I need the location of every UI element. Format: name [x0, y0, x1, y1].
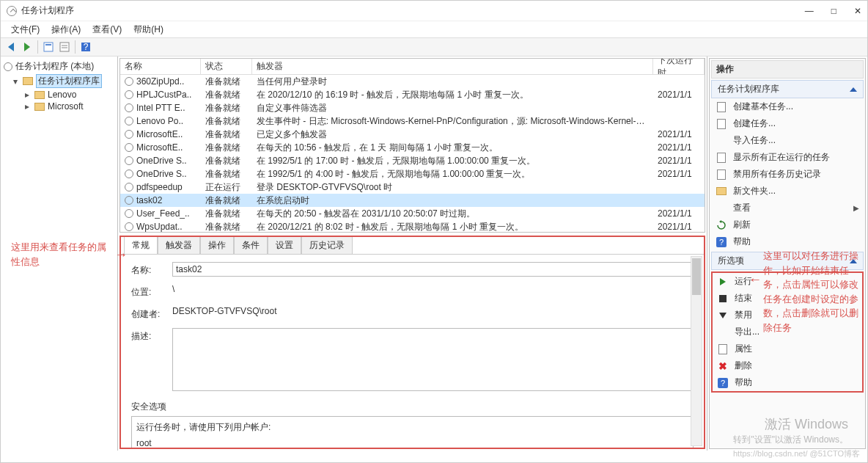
tab-general[interactable]: 常规 — [124, 236, 158, 254]
task-row[interactable]: Lenovo Po..准备就绪发生事件时 - 日志: Microsoft-Win… — [120, 114, 705, 128]
col-name[interactable]: 名称 — [120, 59, 201, 74]
task-row[interactable]: HPLJCustPa..准备就绪在 2020/12/10 的 16:19 时 -… — [120, 88, 705, 101]
main-area: 任务计划程序 (本地) ▾ 任务计划程序库 ▸ Lenovo ▸ Microso… — [1, 56, 867, 451]
action-properties[interactable]: 属性 — [713, 340, 862, 357]
separator — [37, 40, 38, 54]
task-status: 准备就绪 — [201, 115, 252, 128]
action-create-basic[interactable]: 创建基本任务... — [711, 98, 864, 115]
action-create[interactable]: 创建任务... — [711, 115, 864, 132]
task-row[interactable]: 360ZipUpd..准备就绪当任何用户登录时 — [120, 75, 705, 88]
name-field[interactable] — [172, 262, 694, 277]
security-account-value: root — [136, 438, 688, 448]
action-label: 删除 — [735, 360, 752, 372]
forward-button[interactable] — [20, 40, 34, 54]
list-icon — [717, 153, 726, 163]
task-row[interactable]: User_Feed_..准备就绪在每天的 20:50 - 触发器在 2031/1… — [120, 207, 705, 220]
action-show-running[interactable]: 显示所有正在运行的任务 — [711, 149, 864, 166]
task-next: 2021/1/1 — [653, 222, 705, 232]
window-title: 任务计划程序 — [21, 4, 74, 17]
minimize-button[interactable]: — — [805, 6, 814, 16]
col-next[interactable]: 下次运行时 — [653, 59, 705, 74]
action-view[interactable]: 查看▶ — [711, 200, 864, 216]
tab-settings[interactable]: 设置 — [268, 236, 301, 254]
tree-node-microsoft[interactable]: ▸ Microsoft — [4, 101, 114, 112]
action-run[interactable]: 运行 — [713, 273, 862, 290]
tree-root-label: 任务计划程序 (本地) — [15, 60, 94, 73]
help-icon-button[interactable]: ? — [78, 40, 93, 54]
action-export[interactable]: 导出... — [713, 324, 862, 340]
back-button[interactable] — [4, 40, 18, 54]
action-delete[interactable]: ✖删除 — [713, 357, 862, 374]
action-refresh[interactable]: 刷新 — [711, 216, 864, 233]
action-help[interactable]: ?帮助 — [711, 233, 864, 250]
annotation-arrow-left: → — [114, 247, 128, 263]
action-label: 查看 — [733, 202, 751, 214]
task-details-panel: 常规 触发器 操作 条件 设置 历史记录 名称: 位置: \ 创建者: DESK — [119, 236, 705, 449]
task-status: 正在运行 — [201, 181, 252, 194]
close-button[interactable]: ✕ — [854, 6, 861, 16]
folder-icon — [23, 77, 33, 85]
task-trigger: 自定义事件筛选器 — [252, 102, 653, 114]
task-row[interactable]: Intel PTT E..准备就绪自定义事件筛选器 — [120, 101, 705, 114]
task-name: MicrosoftE.. — [136, 129, 183, 139]
tab-triggers[interactable]: 触发器 — [158, 236, 200, 254]
toolbar-btn-1[interactable] — [41, 40, 56, 54]
action-disable-history[interactable]: 禁用所有任务历史记录 — [711, 166, 864, 183]
action-help-2[interactable]: ?帮助 — [713, 374, 862, 391]
task-row[interactable]: MicrosoftE..准备就绪已定义多个触发器2021/1/1 — [120, 128, 705, 141]
actions-header: 操作 — [711, 60, 864, 79]
task-row[interactable]: MicrosoftE..准备就绪在每天的 10:56 - 触发后，在 1 天 期… — [120, 141, 705, 154]
detail-scrollbar[interactable] — [691, 256, 702, 446]
task-status: 准备就绪 — [201, 76, 252, 88]
menu-view[interactable]: 查看(V) — [87, 22, 128, 37]
toolbar: ? — [1, 37, 867, 56]
task-row[interactable]: OneDrive S..准备就绪在 1992/5/1 的 17:00 时 - 触… — [120, 154, 705, 167]
maximize-button[interactable]: □ — [831, 6, 836, 16]
tree-root[interactable]: 任务计划程序 (本地) — [4, 59, 114, 73]
task-row[interactable]: pdfspeedup正在运行登录 DESKTOP-GTVFVSQ\root 时 — [120, 181, 705, 194]
task-row[interactable]: task02准备就绪在系统启动时 — [120, 194, 705, 207]
annotation-arrow-right: ← — [749, 272, 762, 288]
tab-actions[interactable]: 操作 — [200, 236, 234, 254]
scrollbar-thumb[interactable] — [692, 258, 701, 295]
tab-conditions[interactable]: 条件 — [234, 236, 268, 254]
help-icon: ? — [716, 237, 727, 247]
svg-rect-1 — [45, 44, 51, 45]
folder-icon — [716, 187, 727, 195]
tree-node-lenovo[interactable]: ▸ Lenovo — [4, 89, 114, 101]
clock-icon — [125, 143, 133, 152]
description-field[interactable] — [172, 328, 694, 391]
task-trigger: 在每天的 10:56 - 触发后，在 1 天 期间每隔 1 小时 重复一次。 — [252, 142, 653, 154]
tree-library[interactable]: ▾ 任务计划程序库 — [4, 73, 114, 89]
action-import[interactable]: 导入任务... — [711, 132, 864, 149]
window-controls: — □ ✕ — [805, 6, 861, 16]
col-trigger[interactable]: 触发器 — [252, 59, 653, 74]
task-status: 准备就绪 — [201, 208, 252, 220]
play-icon — [720, 278, 726, 285]
task-row[interactable]: WpsUpdat..准备就绪在 2020/12/21 的 8:02 时 - 触发… — [120, 220, 705, 233]
task-list-header: 名称 状态 触发器 下次运行时 — [120, 59, 705, 75]
action-label: 导入任务... — [733, 134, 776, 147]
tree-node-label: Lenovo — [48, 90, 76, 100]
menu-file[interactable]: 文件(F) — [5, 22, 45, 37]
actions-group-label: 任务计划程序库 — [718, 83, 779, 95]
expand-icon[interactable]: ▸ — [23, 90, 32, 100]
clock-icon — [125, 77, 133, 86]
tab-history[interactable]: 历史记录 — [301, 236, 353, 254]
action-label: 创建任务... — [733, 117, 776, 130]
detail-tabs: 常规 触发器 操作 条件 设置 历史记录 — [121, 237, 704, 255]
toolbar-btn-2[interactable] — [57, 40, 72, 54]
task-row[interactable]: OneDrive S..准备就绪在 1992/5/1 的 4:00 时 - 触发… — [120, 167, 705, 181]
col-status[interactable]: 状态 — [201, 59, 252, 74]
menu-action[interactable]: 操作(A) — [45, 22, 87, 37]
action-end[interactable]: 结束 — [713, 290, 862, 307]
clock-icon — [125, 183, 133, 192]
menu-help[interactable]: 帮助(H) — [128, 22, 169, 37]
properties-icon — [718, 344, 727, 354]
task-name: pdfspeedup — [136, 182, 183, 192]
stop-icon — [719, 295, 727, 302]
collapse-icon[interactable]: ▾ — [11, 76, 20, 87]
expand-icon[interactable]: ▸ — [23, 101, 32, 112]
action-new-folder[interactable]: 新文件夹... — [711, 183, 864, 200]
action-disable[interactable]: 禁用 — [713, 307, 862, 324]
